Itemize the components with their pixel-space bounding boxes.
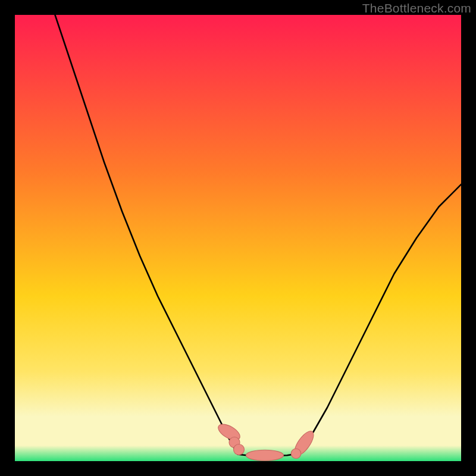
curve-marker bbox=[291, 449, 301, 458]
bottleneck-curve bbox=[55, 15, 462, 456]
chart-stage: TheBottleneck.com bbox=[0, 0, 476, 476]
marker-group bbox=[216, 421, 317, 461]
curve-marker bbox=[234, 444, 245, 455]
watermark-text: TheBottleneck.com bbox=[362, 1, 471, 15]
plot-area bbox=[15, 15, 461, 461]
curve-marker bbox=[246, 450, 284, 461]
curve-layer bbox=[15, 15, 461, 461]
